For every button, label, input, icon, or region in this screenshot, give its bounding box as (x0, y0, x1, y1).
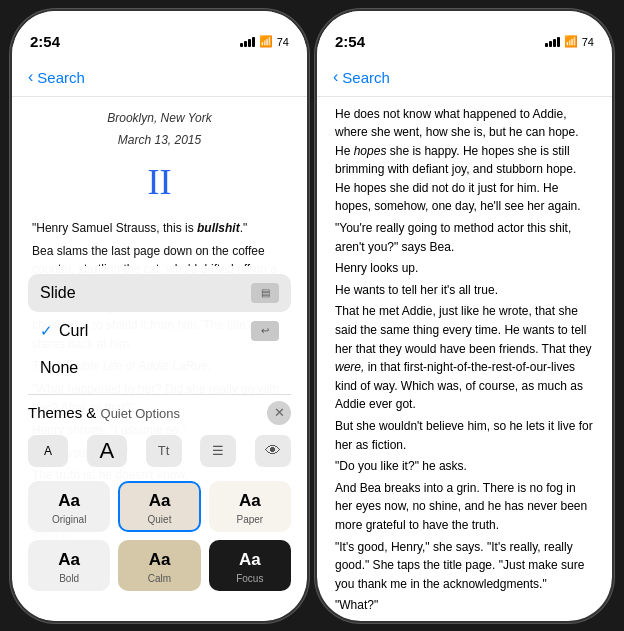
theme-bold-label: Aa (58, 550, 80, 570)
right-para-5: That he met Addie, just like he wrote, t… (335, 302, 594, 414)
right-para-9: "It's good, Henry," she says. "It's real… (335, 538, 594, 594)
battery-right: 74 (582, 36, 594, 48)
font-controls: A A Tt ☰ 👁 (12, 429, 307, 473)
status-icons-left: 📶 74 (240, 35, 289, 48)
right-para-2: "You're really going to method actor thi… (335, 219, 594, 256)
theme-original-label: Aa (58, 491, 80, 511)
layout-icon: ☰ (212, 443, 224, 458)
right-phone: 2:54 📶 74 ‹ Search He does not know wha (317, 11, 612, 621)
checkmark-icon: ✓ (40, 322, 53, 340)
overlay-panel: Slide ▤ ✓ Curl ↩ None T (12, 266, 307, 621)
slide-options: Slide ▤ ✓ Curl ↩ None (12, 266, 307, 394)
right-para-1: He does not know what happened to Addie,… (335, 105, 594, 217)
theme-bold[interactable]: Aa Bold (28, 540, 110, 591)
none-label: None (40, 359, 78, 377)
theme-paper-name: Paper (236, 514, 263, 525)
eye-button[interactable]: 👁 (255, 435, 291, 467)
theme-focus-label: Aa (239, 550, 261, 570)
theme-original[interactable]: Aa Original (28, 481, 110, 532)
font-decrease-button[interactable]: A (28, 435, 68, 467)
book-location: Brooklyn, New York (32, 109, 287, 128)
theme-quiet-name: Quiet (148, 514, 172, 525)
eye-icon-symbol: 👁 (265, 442, 281, 460)
back-label-right: Search (342, 69, 390, 86)
right-para-4: He wants to tell her it's all true. (335, 281, 594, 300)
left-phone: 2:54 📶 74 ‹ Search Brooklyn, New York (12, 11, 307, 621)
font-face-icon: Tt (158, 443, 170, 458)
theme-calm-name: Calm (148, 573, 171, 584)
theme-quiet[interactable]: Aa Quiet (118, 481, 200, 532)
slide-icon: ▤ (251, 283, 279, 303)
back-button-right[interactable]: ‹ Search (333, 68, 390, 86)
slide-option-slide[interactable]: Slide ▤ (28, 274, 291, 312)
right-para-11: "My thesis. Remember? I wanted to do it … (335, 618, 594, 621)
chevron-left-icon: ‹ (28, 68, 33, 86)
signal-icon (240, 37, 255, 47)
nav-bar-left: ‹ Search (12, 59, 307, 97)
time-left: 2:54 (30, 33, 60, 50)
theme-bold-name: Bold (59, 573, 79, 584)
font-face-button[interactable]: Tt (146, 435, 182, 467)
small-a-label: A (44, 444, 52, 458)
themes-title: Themes & Quiet Options (28, 404, 180, 421)
para-0: "Henry Samuel Strauss, this is bullshit.… (32, 219, 287, 238)
nav-bar-right: ‹ Search (317, 59, 612, 97)
slide-label: Slide (40, 284, 76, 302)
theme-quiet-label: Aa (149, 491, 171, 511)
chapter-number: II (32, 154, 287, 212)
layout-button[interactable]: ☰ (200, 435, 236, 467)
right-para-3: Henry looks up. (335, 259, 594, 278)
wifi-icon-right: 📶 (564, 35, 578, 48)
phones-container: 2:54 📶 74 ‹ Search Brooklyn, New York (12, 11, 612, 621)
theme-calm[interactable]: Aa Calm (118, 540, 200, 591)
theme-focus-name: Focus (236, 573, 263, 584)
themes-header: Themes & Quiet Options ✕ (12, 395, 307, 429)
slide-option-none[interactable]: None (28, 350, 291, 386)
wifi-icon: 📶 (259, 35, 273, 48)
theme-paper-label: Aa (239, 491, 261, 511)
font-increase-button[interactable]: A (87, 435, 127, 467)
theme-calm-label: Aa (149, 550, 171, 570)
theme-paper[interactable]: Aa Paper (209, 481, 291, 532)
status-icons-right: 📶 74 (545, 35, 594, 48)
right-para-8: And Bea breaks into a grin. There is no … (335, 479, 594, 535)
book-content-right: He does not know what happened to Addie,… (317, 97, 612, 621)
back-label-left: Search (37, 69, 85, 86)
time-right: 2:54 (335, 33, 365, 50)
curl-icon: ↩ (251, 321, 279, 341)
close-button[interactable]: ✕ (267, 401, 291, 425)
back-button-left[interactable]: ‹ Search (28, 68, 85, 86)
signal-icon-right (545, 37, 560, 47)
right-para-7: "Do you like it?" he asks. (335, 457, 594, 476)
large-a-label: A (99, 438, 114, 464)
slide-option-curl[interactable]: ✓ Curl ↩ (28, 312, 291, 350)
status-bar-right: 2:54 📶 74 (317, 11, 612, 59)
right-para-6: But she wouldn't believe him, so he lets… (335, 417, 594, 454)
theme-original-name: Original (52, 514, 86, 525)
curl-label: Curl (59, 322, 88, 340)
theme-grid: Aa Original Aa Quiet Aa Paper Aa Bold (12, 473, 307, 601)
battery-left: 74 (277, 36, 289, 48)
right-para-10: "What?" (335, 596, 594, 615)
book-date: March 13, 2015 (32, 131, 287, 150)
theme-focus[interactable]: Aa Focus (209, 540, 291, 591)
chevron-left-icon-right: ‹ (333, 68, 338, 86)
status-bar-left: 2:54 📶 74 (12, 11, 307, 59)
